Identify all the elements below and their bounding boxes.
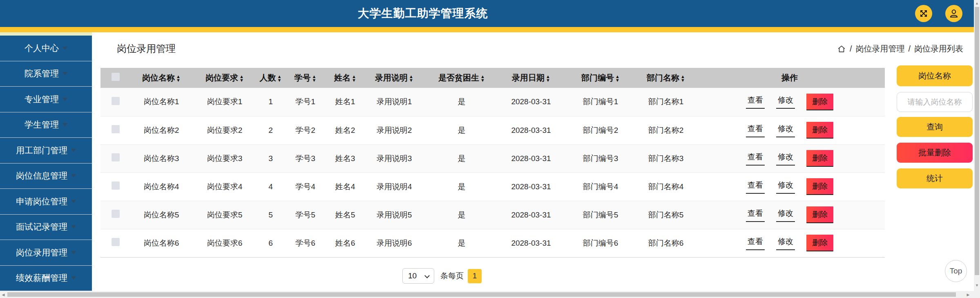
sidebar-item-label: 申请岗位管理 <box>16 196 67 207</box>
delete-button[interactable]: 删除 <box>806 206 833 223</box>
row-checkbox[interactable] <box>112 97 120 105</box>
horizontal-scrollbar-thumb[interactable] <box>7 292 956 297</box>
column-header-hire-note[interactable]: 录用说明▲▼ <box>364 68 425 88</box>
row-checkbox[interactable] <box>112 153 120 161</box>
cell-student-name: 姓名4 <box>327 173 364 201</box>
sidebar-item-major-management[interactable]: 专业管理 <box>0 87 92 112</box>
column-header-dept-id[interactable]: 部门编号▲▼ <box>564 68 637 88</box>
delete-button[interactable]: 删除 <box>806 94 833 110</box>
row-checkbox[interactable] <box>112 181 120 190</box>
vertical-scrollbar-thumb[interactable] <box>975 7 979 275</box>
delete-button[interactable]: 删除 <box>806 235 833 251</box>
column-header-headcount[interactable]: 人数▲▼ <box>257 68 284 88</box>
scroll-up-icon[interactable]: ▲ <box>974 0 980 6</box>
sort-icon: ▲▼ <box>546 75 550 82</box>
column-header-post-name[interactable]: 岗位名称▲▼ <box>131 68 192 88</box>
view-link[interactable]: 查看 <box>746 180 765 194</box>
cell-dept-id: 部门编号4 <box>564 173 637 201</box>
cell-actions: 查看修改删除 <box>694 116 885 144</box>
sidebar-item-student-management[interactable]: 学生管理 <box>0 112 92 138</box>
column-header-actions: 操作 <box>694 68 885 88</box>
breadcrumb-separator: / <box>850 44 852 54</box>
stats-button[interactable]: 统计 <box>897 168 973 188</box>
cell-post-requirement: 岗位要求1 <box>192 88 257 116</box>
sidebar-item-job-info-management[interactable]: 岗位信息管理 <box>0 164 92 189</box>
post-name-search-input[interactable] <box>897 92 973 112</box>
column-label: 录用说明 <box>375 73 408 82</box>
view-link[interactable]: 查看 <box>746 208 765 222</box>
cell-student-name: 姓名1 <box>327 88 364 116</box>
cell-post-requirement: 岗位要求5 <box>192 201 257 229</box>
column-header-dept-name[interactable]: 部门名称▲▼ <box>637 68 694 88</box>
delete-button[interactable]: 删除 <box>806 178 833 195</box>
scroll-down-icon[interactable]: ▼ <box>974 282 980 288</box>
column-label: 岗位名称 <box>142 73 175 82</box>
cell-actions: 查看修改删除 <box>694 173 885 201</box>
row-checkbox[interactable] <box>112 125 120 133</box>
user-button[interactable] <box>945 5 962 22</box>
view-link[interactable]: 查看 <box>746 95 765 109</box>
column-header-student-id[interactable]: 学号▲▼ <box>284 68 327 88</box>
fullscreen-icon <box>919 9 929 18</box>
table-row: 岗位名称4岗位要求44学号4姓名4录用说明4是2028-03-31部门编号4部门… <box>100 173 885 201</box>
query-button[interactable]: 查询 <box>897 117 973 137</box>
delete-button[interactable]: 删除 <box>806 150 833 167</box>
vertical-scrollbar[interactable]: ▲ ▼ <box>974 0 980 291</box>
sidebar-item-label: 专业管理 <box>25 94 59 105</box>
column-header-post-requirement[interactable]: 岗位要求▲▼ <box>192 68 257 88</box>
cell-actions: 查看修改删除 <box>694 88 885 116</box>
batch-delete-button[interactable]: 批量删除 <box>897 143 973 163</box>
edit-link[interactable]: 修改 <box>776 208 795 222</box>
column-header-hire-date[interactable]: 录用日期▲▼ <box>498 68 564 88</box>
scroll-right-icon[interactable]: ▶ <box>965 291 971 298</box>
edit-link[interactable]: 修改 <box>776 95 795 109</box>
edit-link[interactable]: 修改 <box>776 180 795 194</box>
table-row: 岗位名称6岗位要求66学号6姓名6录用说明6是2028-03-31部门编号6部门… <box>100 229 885 257</box>
delete-button[interactable]: 删除 <box>806 122 833 139</box>
cell-headcount: 6 <box>257 229 284 257</box>
sidebar-item-performance-salary-management[interactable]: 绩效薪酬管理 <box>0 266 92 291</box>
sidebar-item-interview-record-management[interactable]: 面试记录管理 <box>0 215 92 240</box>
cell-student-name: 姓名3 <box>327 144 364 173</box>
back-to-top-button[interactable]: Top <box>945 260 967 282</box>
current-page-badge[interactable]: 1 <box>468 269 482 283</box>
edit-link[interactable]: 修改 <box>776 123 795 137</box>
sidebar-item-personal-center[interactable]: 个人中心 <box>0 36 92 61</box>
view-link[interactable]: 查看 <box>746 236 765 250</box>
sidebar-item-faculty-management[interactable]: 院系管理 <box>0 61 92 87</box>
cell-dept-id: 部门编号5 <box>564 201 637 229</box>
horizontal-scrollbar[interactable]: ◀ ▶ <box>0 291 974 298</box>
view-link[interactable]: 查看 <box>746 152 765 166</box>
view-link[interactable]: 查看 <box>746 123 765 137</box>
column-label: 录用日期 <box>512 73 545 82</box>
edit-link[interactable]: 修改 <box>776 236 795 250</box>
select-all-checkbox[interactable] <box>112 73 120 81</box>
column-header-student-name[interactable]: 姓名▲▼ <box>327 68 364 88</box>
scroll-left-icon[interactable]: ◀ <box>0 291 7 298</box>
cell-select <box>100 229 131 257</box>
column-header-is-poor-student[interactable]: 是否贫困生▲▼ <box>425 68 498 88</box>
column-label: 姓名 <box>334 73 350 82</box>
cell-student-name: 姓名5 <box>327 201 364 229</box>
home-icon[interactable] <box>837 45 846 54</box>
cell-dept-id: 部门编号6 <box>564 229 637 257</box>
sidebar-item-job-hiring-management[interactable]: 岗位录用管理 <box>0 240 92 266</box>
row-checkbox[interactable] <box>112 210 120 218</box>
sidebar-top-strip <box>0 32 92 36</box>
cell-headcount: 4 <box>257 173 284 201</box>
field-select-button[interactable]: 岗位名称 <box>897 65 973 86</box>
breadcrumb-item[interactable]: 岗位录用管理 <box>855 43 904 54</box>
header-accent-bar <box>0 27 980 32</box>
fullscreen-button[interactable] <box>915 5 932 22</box>
per-page-label: 条每页 <box>440 271 464 281</box>
sidebar-item-label: 面试记录管理 <box>16 221 67 233</box>
row-checkbox[interactable] <box>112 238 120 246</box>
hiring-table: 岗位名称▲▼岗位要求▲▼人数▲▼学号▲▼姓名▲▼录用说明▲▼是否贫困生▲▼录用日… <box>100 68 885 258</box>
edit-link[interactable]: 修改 <box>776 152 795 166</box>
page-size-select[interactable]: 10 <box>402 268 434 284</box>
table-header-row: 岗位名称▲▼岗位要求▲▼人数▲▼学号▲▼姓名▲▼录用说明▲▼是否贫困生▲▼录用日… <box>100 68 885 88</box>
sidebar-item-job-application-management[interactable]: 申请岗位管理 <box>0 189 92 215</box>
table-row: 岗位名称5岗位要求55学号5姓名5录用说明5是2028-03-31部门编号5部门… <box>100 201 885 229</box>
cell-hire-note: 录用说明1 <box>364 88 425 116</box>
sidebar-item-employer-department-management[interactable]: 用工部门管理 <box>0 138 92 164</box>
